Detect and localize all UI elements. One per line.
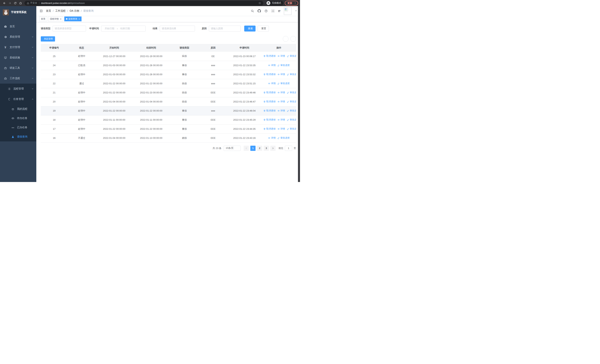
cancel-action-link[interactable]: 取消请假 [263, 55, 276, 58]
sidebar-item-基础设施[interactable]: 基础设施 [0, 52, 36, 63]
sidebar-toggle-button[interactable] [39, 9, 43, 13]
view-icon [277, 73, 280, 76]
reload-button[interactable] [13, 0, 18, 6]
breadcrumb-item[interactable]: OA 示例 [70, 9, 79, 13]
progress-action-link[interactable]: 审批进度 [287, 73, 296, 76]
progress-action-link[interactable]: 审批进度 [277, 136, 290, 140]
create-leave-button[interactable]: 发起请假 [41, 36, 55, 42]
breadcrumb-item[interactable]: 首页 [46, 9, 51, 13]
edit-icon [277, 82, 280, 85]
page-button-2[interactable]: 2 [257, 146, 262, 151]
sidebar-item-工作流程[interactable]: 工作流程 [0, 73, 36, 84]
cancel-action-link[interactable]: 取消请假 [263, 100, 276, 103]
font-size-button[interactable]: tT [278, 9, 280, 13]
detail-action-link[interactable]: 详情 [277, 109, 285, 112]
search-button[interactable] [251, 9, 254, 13]
tab-请假查询[interactable]: 请假查询× [64, 17, 82, 21]
fullscreen-button[interactable] [271, 9, 275, 13]
sidebar-item-请假查询[interactable]: 请假查询 [0, 132, 36, 141]
toggle-search-button[interactable] [283, 36, 289, 42]
browser-menu-icon[interactable] [294, 2, 297, 4]
page-button-3[interactable]: 3 [264, 146, 269, 151]
cancel-action-link[interactable]: 取消请假 [263, 118, 276, 121]
detail-action-link[interactable]: 详情 [277, 127, 285, 131]
reset-button[interactable]: 重置 [258, 26, 269, 31]
close-icon[interactable]: × [60, 18, 62, 20]
sidebar-item-任务管理[interactable]: 任务管理 [0, 94, 36, 104]
page-size-select[interactable]: 10条/页 [224, 146, 241, 151]
eye-closed-icon [11, 126, 14, 129]
cell-type: 事假 [170, 124, 199, 133]
progress-action-link[interactable]: 审批进度 [277, 82, 290, 85]
detail-action-link[interactable]: 详情 [277, 55, 285, 58]
progress-action-link[interactable]: 审批进度 [287, 118, 296, 121]
tab-首页[interactable]: 首页 [39, 17, 47, 21]
close-icon[interactable]: × [79, 18, 80, 20]
address-bar[interactable]: 不安全 dashboard.yudao.iocoder.cn /bpm/oa/l… [24, 1, 263, 6]
app-logo[interactable]: 芋道管理系统 [0, 6, 36, 18]
goto-page-input[interactable] [285, 146, 292, 151]
progress-action-link[interactable]: 审批进度 [277, 64, 290, 67]
sidebar-item-流程管理[interactable]: 流程管理 [0, 84, 36, 94]
progress-action-link[interactable]: 审批进度 [287, 100, 296, 103]
reason-input[interactable]: 请输入原因 [209, 26, 241, 31]
sidebar-item-研发工具[interactable]: 研发工具 [0, 63, 36, 73]
incognito-icon [266, 1, 270, 5]
sidebar-item-系统管理[interactable]: 系统管理 [0, 32, 36, 42]
leave-type-select[interactable]: 请选择请假类型 [53, 26, 86, 31]
sidebar-item-支付管理[interactable]: ¥支付管理 [0, 42, 36, 52]
home-button[interactable] [18, 0, 23, 6]
cancel-action-link[interactable]: 取消请假 [263, 73, 276, 76]
back-button[interactable] [2, 0, 7, 6]
cancel-action-link[interactable]: 取消请假 [263, 127, 276, 131]
sidebar-item-label: 任务管理 [13, 97, 31, 101]
delete-icon [263, 119, 266, 121]
sidebar-item-已办任务[interactable]: 已办任务 [0, 123, 36, 132]
progress-action-link[interactable]: 审批进度 [287, 91, 296, 94]
detail-action-link[interactable]: 详情 [277, 100, 285, 103]
caret-down-icon[interactable] [295, 10, 297, 12]
action-label: 审批进度 [280, 82, 290, 85]
cell-id: 16 [41, 133, 68, 142]
progress-action-link[interactable]: 审批进度 [287, 109, 296, 112]
cell-status: 通过 [68, 79, 96, 88]
refresh-table-button[interactable] [290, 36, 296, 42]
delete-icon [263, 91, 266, 94]
detail-action-link[interactable]: 详情 [277, 118, 285, 121]
result-select[interactable]: 请选择流结果 [160, 26, 195, 31]
search-button[interactable]: 搜索 [244, 26, 255, 31]
sidebar-item-首页[interactable]: 首页 [0, 21, 36, 32]
forward-button[interactable] [7, 0, 12, 6]
detail-action-link[interactable]: 详情 [268, 64, 276, 67]
view-icon [268, 137, 270, 139]
detail-action-link[interactable]: 详情 [268, 82, 276, 85]
avatar[interactable] [284, 7, 291, 15]
cancel-action-link[interactable]: 取消请假 [263, 91, 276, 94]
github-button[interactable] [258, 9, 261, 13]
detail-action-link[interactable]: 详情 [277, 73, 285, 76]
next-page-button[interactable] [270, 146, 276, 151]
help-button[interactable] [264, 9, 268, 13]
progress-action-link[interactable]: 审批进度 [287, 55, 296, 58]
prev-page-button[interactable] [244, 146, 249, 151]
toolbox-icon [4, 66, 7, 70]
detail-action-link[interactable]: 详情 [277, 91, 285, 94]
tab-流程详情[interactable]: 流程详情× [48, 17, 63, 21]
breadcrumb-item: 请假查询 [83, 9, 94, 13]
sidebar-item-我的流程[interactable]: 我的流程 [0, 104, 36, 114]
progress-action-link[interactable]: 审批进度 [287, 127, 296, 131]
cancel-action-link[interactable]: 取消请假 [263, 109, 276, 112]
sidebar-item-待办任务[interactable]: 待办任务 [0, 114, 36, 123]
breadcrumb-item[interactable]: 工作流程 [55, 9, 66, 13]
cell-status: 处理中 [68, 115, 96, 124]
bookmark-star-icon[interactable] [258, 2, 261, 4]
window-scrollbar[interactable] [298, 6, 300, 182]
eye-icon [11, 117, 14, 120]
update-button[interactable]: 更新 [285, 1, 298, 6]
delete-icon [263, 128, 266, 130]
action-label: 审批进度 [280, 136, 290, 140]
apply-time-range-picker[interactable]: 开始日期 - 结束日期 [101, 26, 146, 31]
page-button-1[interactable]: 1 [250, 146, 255, 151]
detail-action-link[interactable]: 详情 [268, 136, 276, 140]
action-label: 取消请假 [266, 127, 276, 131]
